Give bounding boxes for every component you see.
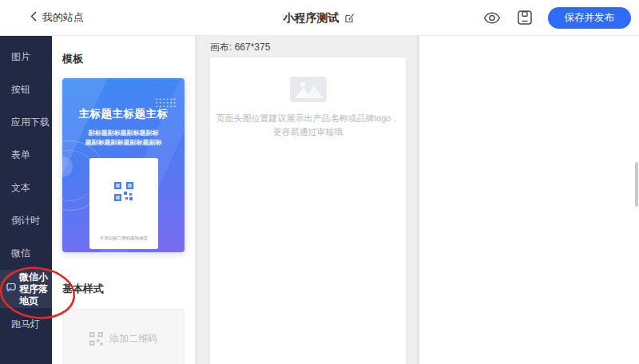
sidebar-item-marquee[interactable]: 跑马灯 bbox=[0, 308, 52, 341]
canvas-placeholder-text: 页面头图位置建议展示出产品名称或品牌logo， 更容易通过审核哦 bbox=[210, 112, 406, 139]
sidebar-item-image[interactable]: 图片 bbox=[0, 41, 52, 73]
back-to-sites-button[interactable]: 我的站点 bbox=[30, 10, 84, 25]
preview-eye-icon[interactable] bbox=[482, 8, 502, 27]
sidebar-item-button[interactable]: 按钮 bbox=[0, 73, 52, 106]
back-label: 我的站点 bbox=[42, 10, 84, 25]
page-title: 小程序测试 bbox=[284, 11, 339, 26]
topbar: 我的站点 小程序测试 保存并发布 bbox=[0, 0, 639, 36]
sidebar-item-countdown[interactable]: 倒计时 bbox=[0, 204, 52, 237]
sidebar-item-miniprogram-landing[interactable]: 微信小程序落地页 bbox=[0, 270, 52, 308]
edit-title-icon[interactable] bbox=[344, 12, 356, 24]
sidebar-item-form[interactable]: 表单 bbox=[0, 139, 52, 172]
canvas-area: 画布: 667*375 页面头图位置建议展示出产品名称或品牌logo， 更容易通… bbox=[195, 36, 419, 364]
sidebar-item-app-download[interactable]: 应用下载 bbox=[0, 106, 52, 139]
page-title-wrap: 小程序测试 bbox=[284, 0, 356, 36]
template-qr-box: 长按识别二维码添加微信 bbox=[89, 158, 158, 249]
circle-decoration bbox=[62, 156, 73, 177]
basic-styles-heading: 基本样式 bbox=[62, 282, 185, 296]
scrollbar-thumb[interactable] bbox=[635, 162, 638, 207]
qr-code-icon bbox=[114, 182, 133, 201]
chevron-left-icon bbox=[30, 11, 37, 24]
save-icon[interactable] bbox=[515, 8, 534, 27]
image-placeholder-icon bbox=[290, 77, 327, 102]
settings-panel bbox=[419, 36, 639, 364]
template-main-title: 主标题主标题主标 bbox=[62, 107, 185, 121]
qr-code-icon bbox=[89, 332, 103, 346]
template-card[interactable]: 主标题主标题主标 副标题副标题副标题副标 题副标题副标题副标题副标 长按识别二维… bbox=[62, 78, 185, 252]
component-sidebar: 图片 按钮 应用下载 表单 文本 倒计时 微信 微信小程序落地页 跑马灯 bbox=[0, 36, 52, 364]
template-panel: 模板 主标题主标题主标 副标题副标题副标题副标 题副标题副标题副标题副标 bbox=[52, 36, 195, 364]
add-qr-label: 添加二维码 bbox=[109, 332, 157, 346]
templates-heading: 模板 bbox=[62, 52, 185, 66]
template-subtitle: 副标题副标题副标题副标 题副标题副标题副标题副标 bbox=[62, 129, 185, 148]
topbar-actions: 保存并发布 bbox=[482, 7, 632, 29]
mini-program-landing-icon bbox=[5, 283, 16, 295]
add-qr-button[interactable]: 添加二维码 bbox=[62, 309, 185, 364]
qr-caption: 长按识别二维码添加微信 bbox=[93, 235, 154, 241]
sidebar-item-wechat[interactable]: 微信 bbox=[0, 237, 52, 270]
save-and-publish-button[interactable]: 保存并发布 bbox=[548, 7, 632, 29]
page-canvas[interactable]: 页面头图位置建议展示出产品名称或品牌logo， 更容易通过审核哦 bbox=[210, 57, 406, 364]
canvas-size-label: 画布: 667*375 bbox=[210, 41, 270, 54]
sidebar-item-text[interactable]: 文本 bbox=[0, 172, 52, 204]
